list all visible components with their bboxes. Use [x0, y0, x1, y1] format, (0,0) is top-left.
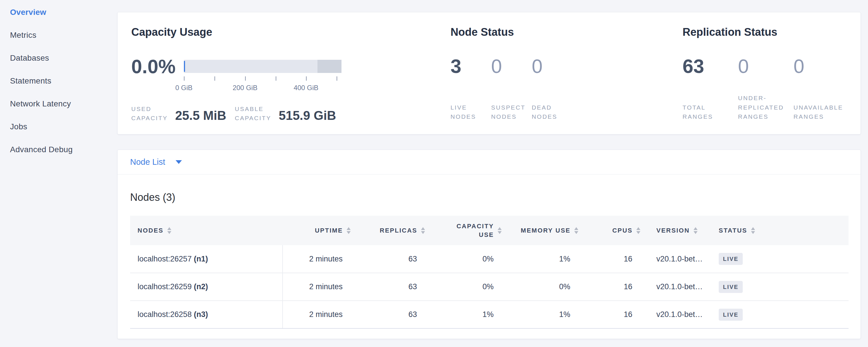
caret-down-icon — [176, 160, 182, 164]
column-label-capacity-use: CAPACITY USE — [457, 222, 494, 239]
column-header-replicas[interactable]: REPLICAS — [354, 216, 428, 245]
sort-down-arrow-icon — [498, 231, 502, 234]
sort-up-arrow-icon — [347, 227, 351, 230]
cluster-summary-card: Capacity Usage 0.0% 0 GiB200 GiB400 GiB … — [117, 12, 861, 134]
node-id: (n2) — [194, 282, 208, 291]
sidebar-item-overview[interactable]: Overview — [10, 8, 113, 31]
replication-status-section: Replication Status 63 TOTAL RANGES 0 UND… — [676, 12, 861, 134]
column-label-status: STATUS — [719, 226, 747, 235]
cell-status: LIVE — [715, 245, 848, 273]
node-id: (n3) — [194, 310, 208, 319]
dead-nodes-label: DEAD NODES — [532, 103, 572, 122]
gauge-tick-4 — [306, 76, 307, 81]
column-label-memory-use: MEMORY USE — [521, 226, 570, 235]
sort-icon — [693, 227, 698, 234]
column-label-version: VERSION — [656, 226, 690, 235]
sort-down-arrow-icon — [167, 231, 171, 234]
cell-memory-use: 0% — [505, 273, 582, 301]
unavailable-ranges-label: UNAVAILABLE RANGES — [794, 103, 849, 122]
cell-version: v20.1.0-bet… — [644, 245, 715, 273]
column-label-node: NODES — [137, 226, 163, 235]
column-header-capacity-use[interactable]: CAPACITY USE — [428, 216, 505, 245]
cell-uptime: 2 minutes — [283, 245, 354, 273]
cell-version: v20.1.0-bet… — [644, 301, 715, 328]
used-capacity-value: 25.5 MiB — [175, 109, 226, 122]
gauge-tick-3 — [276, 76, 276, 81]
node-id: (n1) — [194, 255, 208, 263]
node-list-card: Node List Nodes (3) NODESUPTIMEREPLICASC… — [117, 150, 861, 339]
gauge-tick-5 — [337, 76, 337, 81]
node-address: localhost:26257 — [137, 255, 194, 263]
node-row-n3[interactable]: localhost:26258 (n3)2 minutes631%1%16v20… — [130, 301, 848, 328]
usable-capacity-value: 515.9 GiB — [279, 109, 336, 122]
cell-replicas: 63 — [354, 301, 428, 328]
node-row-n2[interactable]: localhost:26259 (n2)2 minutes630%0%16v20… — [130, 273, 848, 301]
sort-down-arrow-icon — [693, 231, 698, 234]
total-ranges-label: TOTAL RANGES — [683, 103, 738, 122]
node-list-body: Nodes (3) NODESUPTIMEREPLICASCAPACITY US… — [118, 192, 861, 329]
live-nodes-stat: 3 LIVE NODES — [451, 56, 491, 122]
under-replicated-ranges-value: 0 — [738, 56, 794, 76]
cell-cpus: 16 — [582, 273, 644, 301]
usable-capacity-label: USABLE CAPACITY — [235, 104, 271, 122]
sidebar-item-statements[interactable]: Statements — [10, 76, 113, 99]
cell-capacity-use: 1% — [428, 301, 505, 328]
sort-icon — [498, 227, 502, 234]
cell-replicas: 63 — [354, 245, 428, 273]
sidebar-nav: OverviewMetricsDatabasesStatementsNetwor… — [10, 8, 113, 168]
cell-uptime: 2 minutes — [283, 301, 354, 328]
sort-down-arrow-icon — [751, 231, 755, 234]
status-badge: LIVE — [719, 253, 743, 265]
sidebar-item-jobs[interactable]: Jobs — [10, 122, 113, 145]
sort-up-arrow-icon — [421, 227, 425, 230]
total-ranges-stat: 63 TOTAL RANGES — [683, 56, 738, 122]
cell-memory-use: 1% — [505, 301, 582, 328]
sidebar-item-databases[interactable]: Databases — [10, 54, 113, 76]
column-label-uptime: UPTIME — [315, 226, 343, 235]
dead-nodes-value: 0 — [532, 56, 572, 76]
sort-icon — [751, 227, 755, 234]
node-status-stats: 3 LIVE NODES 0 SUSPECT NODES 0 DEAD NODE… — [451, 56, 676, 122]
sidebar-item-metrics[interactable]: Metrics — [10, 31, 113, 54]
sidebar-item-network-latency[interactable]: Network Latency — [10, 99, 113, 122]
column-label-cpus: CPUS — [612, 226, 632, 235]
gauge-tick-1 — [215, 76, 215, 81]
gauge-tick-label-200-gib: 200 GiB — [232, 84, 257, 92]
sort-icon — [347, 227, 351, 234]
cell-node: localhost:26259 (n2) — [130, 273, 283, 301]
cell-cpus: 16 — [582, 245, 644, 273]
node-address: localhost:26259 — [137, 282, 194, 291]
column-header-node[interactable]: NODES — [130, 216, 283, 245]
replication-status-title: Replication Status — [683, 27, 861, 37]
cell-cpus: 16 — [582, 301, 644, 328]
sort-up-arrow-icon — [574, 227, 578, 230]
sort-down-arrow-icon — [637, 231, 640, 234]
sort-down-arrow-icon — [347, 231, 351, 234]
suspect-nodes-stat: 0 SUSPECT NODES — [491, 56, 532, 122]
capacity-gauge-reserved-segment — [317, 60, 341, 73]
under-replicated-ranges-stat: 0 UNDER- REPLICATED RANGES — [738, 56, 794, 122]
sort-up-arrow-icon — [693, 227, 698, 230]
cell-status: LIVE — [715, 301, 848, 328]
sidebar-item-advanced-debug[interactable]: Advanced Debug — [10, 145, 113, 168]
live-nodes-label: LIVE NODES — [451, 103, 491, 122]
sort-down-arrow-icon — [574, 231, 578, 234]
node-list-view-selector[interactable]: Node List — [130, 157, 182, 167]
under-replicated-ranges-label: UNDER- REPLICATED RANGES — [738, 94, 794, 122]
column-header-cpus[interactable]: CPUS — [582, 216, 644, 245]
capacity-gauge-axis: 0 GiB200 GiB400 GiB — [184, 76, 341, 94]
column-header-status[interactable]: STATUS — [715, 216, 848, 245]
cell-capacity-use: 0% — [428, 245, 505, 273]
node-row-n1[interactable]: localhost:26257 (n1)2 minutes630%1%16v20… — [130, 245, 848, 273]
sort-up-arrow-icon — [637, 227, 640, 230]
cell-version: v20.1.0-bet… — [644, 273, 715, 301]
column-header-version[interactable]: VERSION — [644, 216, 715, 245]
column-header-memory-use[interactable]: MEMORY USE — [505, 216, 582, 245]
sort-down-arrow-icon — [421, 231, 425, 234]
used-capacity-label: USED CAPACITY — [131, 104, 167, 122]
cell-capacity-use: 0% — [428, 273, 505, 301]
sort-up-arrow-icon — [751, 227, 755, 230]
status-badge: LIVE — [719, 309, 743, 321]
unavailable-ranges-stat: 0 UNAVAILABLE RANGES — [794, 56, 849, 122]
column-header-uptime[interactable]: UPTIME — [283, 216, 354, 245]
